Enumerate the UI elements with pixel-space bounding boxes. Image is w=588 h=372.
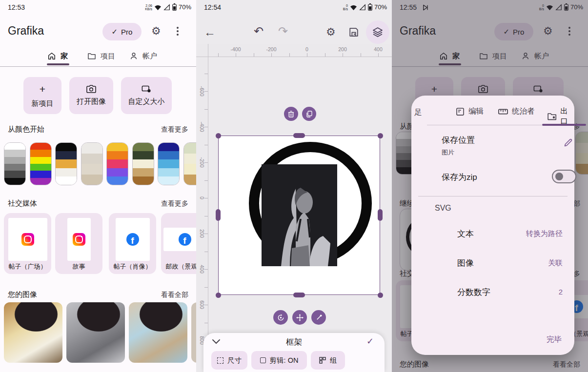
settings-gear-icon[interactable]: ⚙ xyxy=(326,26,336,39)
selection-handle-bottom[interactable] xyxy=(293,293,305,297)
svg-image-label: 图像 xyxy=(457,257,474,269)
tab-home[interactable]: 家 xyxy=(47,51,68,61)
layers-button[interactable] xyxy=(366,20,389,44)
dashed-select-icon xyxy=(217,357,223,364)
photo-girl-lantern[interactable] xyxy=(4,302,62,363)
tab-account[interactable]: 帐户 xyxy=(129,51,157,61)
photo-girl-gray[interactable] xyxy=(66,302,125,363)
fraction-digits-value[interactable]: 2 xyxy=(559,288,563,296)
ruler-tick xyxy=(204,127,208,127)
selection-handle-left[interactable] xyxy=(216,209,221,221)
done-button[interactable]: 完毕 xyxy=(547,334,562,345)
dialog-tab-edit[interactable]: 编辑 xyxy=(455,106,484,117)
export-settings-dialog: 足 编辑 统治者 出口 保存位置 图片 保存为zip SVG 文本 xyxy=(411,96,574,355)
save-icon[interactable] xyxy=(348,27,359,38)
ruler-label: -200 xyxy=(264,46,278,52)
size-button[interactable]: 尺寸 xyxy=(211,351,247,370)
redo-icon[interactable]: ↷ xyxy=(278,24,288,38)
layers-icon xyxy=(372,26,384,38)
social-template-card[interactable]: f帖子（肖像） xyxy=(109,213,156,274)
social-section-title: 社交媒体 xyxy=(8,199,37,208)
selection-handle-right[interactable] xyxy=(378,209,383,221)
status-icons: 0B/s 70% xyxy=(343,3,387,11)
svg-text-label: 文本 xyxy=(457,228,474,239)
home-screen-dimmed: 12:55 0B/s 70% Grafika ✓Pro ⚙ 家 项目 xyxy=(392,0,588,372)
open-image-button[interactable]: 打开图像 xyxy=(69,77,113,114)
settings-gear-icon[interactable]: ⚙ xyxy=(151,25,161,38)
move-button[interactable] xyxy=(292,310,307,325)
battery-percent: 70% xyxy=(374,3,387,11)
color-palette-swatch[interactable] xyxy=(81,142,103,185)
battery-percent: 70% xyxy=(179,3,191,11)
selection-handle-se[interactable] xyxy=(378,293,383,298)
tab-partial[interactable]: 足 xyxy=(414,107,422,117)
line-tool-button[interactable] xyxy=(311,310,326,325)
confirm-check-icon[interactable]: ✓ xyxy=(366,336,374,347)
line-tool-icon xyxy=(316,314,322,321)
dialog-tab-ruler[interactable]: 统治者 xyxy=(498,106,535,117)
selection-handle-ne[interactable] xyxy=(378,133,383,138)
edit-pencil-icon[interactable] xyxy=(563,137,573,148)
social-template-card[interactable]: f邮政（景观） xyxy=(161,213,196,274)
ruler-tick xyxy=(204,109,208,110)
delete-button[interactable] xyxy=(284,107,298,121)
camera-icon xyxy=(86,85,96,93)
ruler-tick xyxy=(289,53,290,57)
photo-girl-blue[interactable] xyxy=(129,302,187,363)
selection-handle-sw[interactable] xyxy=(216,293,221,298)
overflow-menu-icon[interactable] xyxy=(177,27,179,36)
colors-see-more-link[interactable]: 查看更多 xyxy=(161,125,188,134)
color-palette-swatch[interactable] xyxy=(158,142,180,185)
color-palette-swatch[interactable] xyxy=(4,142,26,185)
export-folder-icon xyxy=(547,112,557,121)
ruler-tick xyxy=(325,53,325,57)
back-arrow-icon[interactable]: ← xyxy=(204,25,216,39)
social-see-more-link[interactable]: 查看更多 xyxy=(161,199,188,208)
selection-handle-nw[interactable] xyxy=(216,133,221,138)
color-palette-swatch[interactable] xyxy=(30,142,52,185)
social-template-card[interactable]: 帖子（广场） xyxy=(4,213,51,274)
ruler-tick xyxy=(271,53,272,57)
zip-toggle-off[interactable] xyxy=(552,170,576,183)
signal-icon xyxy=(163,4,170,11)
template-preview: f xyxy=(163,228,197,251)
svg-image-value[interactable]: 关联 xyxy=(548,258,563,268)
vertical-ruler: -600-400-2000200400600800 xyxy=(196,57,208,372)
battery-icon xyxy=(172,3,177,11)
wifi-icon xyxy=(154,4,162,11)
ruler-tick xyxy=(204,162,208,163)
images-section-title: 您的图像 xyxy=(8,290,37,299)
trash-icon xyxy=(288,111,294,117)
ruler-label: 200 xyxy=(336,46,349,52)
color-palette-swatch[interactable] xyxy=(183,142,197,185)
wifi-icon xyxy=(350,4,357,11)
palette-row xyxy=(0,142,196,185)
social-template-card[interactable]: 故事 xyxy=(55,213,102,274)
custom-size-button[interactable]: 自定义大小 xyxy=(121,77,172,114)
color-palette-swatch[interactable] xyxy=(106,142,128,185)
selection-handle-top[interactable] xyxy=(293,133,305,138)
color-palette-swatch[interactable] xyxy=(132,142,154,185)
pro-button[interactable]: ✓Pro xyxy=(102,23,142,40)
color-palette-swatch[interactable] xyxy=(55,142,77,185)
clip-toggle-button[interactable]: 剪辑: ON xyxy=(251,351,307,370)
duplicate-button[interactable] xyxy=(302,107,316,121)
tab-projects[interactable]: 项目 xyxy=(87,51,115,61)
move-icon xyxy=(296,314,304,321)
canvas[interactable] xyxy=(218,136,380,295)
new-project-button[interactable]: + 新项目 xyxy=(23,77,61,114)
images-see-all-link[interactable]: 看看全部 xyxy=(161,291,188,299)
photo-partial[interactable] xyxy=(191,302,196,363)
portrait-image[interactable] xyxy=(262,164,337,266)
ruler-tick xyxy=(204,74,208,74)
undo-icon[interactable]: ↶ xyxy=(254,24,264,38)
ruler-tick xyxy=(361,53,361,57)
ruler-tick xyxy=(204,269,208,270)
group-button[interactable]: 组 xyxy=(311,351,345,370)
ruler-tick xyxy=(307,53,307,57)
active-tab-indicator xyxy=(47,63,69,65)
ruler-tick xyxy=(204,323,208,323)
svg-text-value[interactable]: 转换为路径 xyxy=(526,229,563,238)
active-dialog-tab-indicator xyxy=(542,124,586,126)
rotate-button[interactable] xyxy=(273,310,288,325)
